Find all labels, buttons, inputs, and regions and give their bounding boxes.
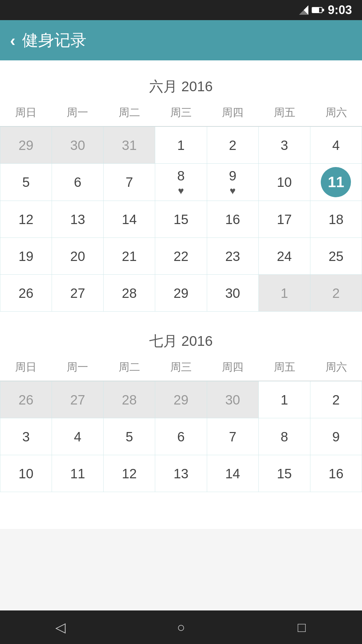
table-row[interactable]: 24 — [259, 238, 310, 275]
table-row[interactable]: 3 — [259, 127, 310, 164]
signal-icon — [299, 5, 308, 15]
table-row[interactable]: 27 — [52, 275, 104, 312]
june-header-mon: 周一 — [52, 99, 103, 126]
july-header-sun: 周日 — [0, 354, 52, 381]
nav-recent-button[interactable]: □ — [288, 617, 315, 637]
table-row[interactable]: 23 — [207, 238, 259, 275]
table-row[interactable]: 30 — [52, 127, 104, 164]
june-section: 六月 2016 周日 周一 周二 周三 周四 周五 周六 29303112345… — [0, 67, 362, 312]
table-row[interactable]: 28 — [104, 275, 155, 312]
table-row[interactable]: 11 — [52, 455, 104, 492]
table-row[interactable]: 9♥ — [207, 164, 259, 201]
table-row[interactable]: 11 — [310, 164, 362, 201]
nav-bar: ◁ ○ □ — [0, 610, 362, 644]
july-header-sat: 周六 — [310, 354, 362, 381]
table-row[interactable]: 1 — [155, 127, 207, 164]
july-header-mon: 周一 — [52, 354, 103, 381]
table-row[interactable]: 4 — [310, 127, 362, 164]
table-row[interactable]: 26 — [0, 381, 52, 418]
app-title: 健身记录 — [22, 30, 86, 51]
table-row[interactable]: 8 — [259, 418, 310, 455]
table-row[interactable]: 10 — [259, 164, 310, 201]
table-row[interactable]: 16 — [207, 201, 259, 238]
table-row[interactable]: 10 — [0, 455, 52, 492]
june-header-fri: 周五 — [258, 99, 310, 126]
nav-back-button[interactable]: ◁ — [47, 617, 74, 637]
table-row[interactable]: 4 — [52, 418, 104, 455]
june-header-thu: 周四 — [207, 99, 258, 126]
calendar-container: 六月 2016 周日 周一 周二 周三 周四 周五 周六 29303112345… — [0, 60, 362, 529]
table-row[interactable]: 5 — [0, 164, 52, 201]
back-button[interactable]: ‹ — [10, 31, 15, 50]
table-row[interactable]: 7 — [207, 418, 259, 455]
table-row[interactable]: 14 — [104, 201, 155, 238]
table-row[interactable]: 12 — [0, 201, 52, 238]
table-row[interactable]: 28 — [104, 381, 155, 418]
table-row[interactable]: 2 — [207, 127, 259, 164]
table-row[interactable]: 21 — [104, 238, 155, 275]
table-row[interactable]: 14 — [207, 455, 259, 492]
table-row[interactable]: 18 — [310, 201, 362, 238]
status-bar: 9:03 — [0, 0, 362, 20]
july-grid: 262728293012345678910111213141516 — [0, 381, 362, 492]
table-row[interactable]: 2 — [310, 381, 362, 418]
app-bar: ‹ 健身记录 — [0, 20, 362, 60]
table-row[interactable]: 25 — [310, 238, 362, 275]
table-row[interactable]: 9 — [310, 418, 362, 455]
nav-home-button[interactable]: ○ — [168, 617, 194, 637]
table-row[interactable]: 26 — [0, 275, 52, 312]
table-row[interactable]: 29 — [0, 127, 52, 164]
table-row[interactable]: 16 — [310, 455, 362, 492]
table-row[interactable]: 22 — [155, 238, 207, 275]
june-header-tue: 周二 — [104, 99, 155, 126]
july-header-fri: 周五 — [258, 354, 310, 381]
june-header-sat: 周六 — [310, 99, 362, 126]
status-time: 9:03 — [328, 3, 352, 17]
table-row[interactable]: 1 — [259, 275, 310, 312]
july-header-tue: 周二 — [104, 354, 155, 381]
battery-icon — [312, 7, 322, 13]
table-row[interactable]: 7 — [104, 164, 155, 201]
july-section: 七月 2016 周日 周一 周二 周三 周四 周五 周六 26272829301… — [0, 322, 362, 492]
table-row[interactable]: 8♥ — [155, 164, 207, 201]
table-row[interactable]: 30 — [207, 381, 259, 418]
status-icons — [299, 5, 322, 15]
table-row[interactable]: 13 — [52, 201, 104, 238]
table-row[interactable]: 6 — [52, 164, 104, 201]
june-header-wed: 周三 — [155, 99, 207, 126]
table-row[interactable]: 2 — [310, 275, 362, 312]
table-row[interactable]: 27 — [52, 381, 104, 418]
table-row[interactable]: 3 — [0, 418, 52, 455]
table-row[interactable]: 5 — [104, 418, 155, 455]
table-row[interactable]: 31 — [104, 127, 155, 164]
june-grid: 29303112345678♥9♥10111213141516171819202… — [0, 126, 362, 312]
table-row[interactable]: 1 — [259, 381, 310, 418]
july-title: 七月 2016 — [0, 322, 362, 354]
table-row[interactable]: 20 — [52, 238, 104, 275]
june-header-sun: 周日 — [0, 99, 52, 126]
july-header-thu: 周四 — [207, 354, 258, 381]
table-row[interactable]: 13 — [155, 455, 207, 492]
july-header-wed: 周三 — [155, 354, 207, 381]
june-title: 六月 2016 — [0, 67, 362, 99]
table-row[interactable]: 29 — [155, 381, 207, 418]
table-row[interactable]: 29 — [155, 275, 207, 312]
table-row[interactable]: 6 — [155, 418, 207, 455]
table-row[interactable]: 15 — [259, 455, 310, 492]
table-row[interactable]: 30 — [207, 275, 259, 312]
table-row[interactable]: 17 — [259, 201, 310, 238]
june-day-headers: 周日 周一 周二 周三 周四 周五 周六 — [0, 99, 362, 126]
july-day-headers: 周日 周一 周二 周三 周四 周五 周六 — [0, 354, 362, 381]
table-row[interactable]: 19 — [0, 238, 52, 275]
table-row[interactable]: 15 — [155, 201, 207, 238]
table-row[interactable]: 12 — [104, 455, 155, 492]
